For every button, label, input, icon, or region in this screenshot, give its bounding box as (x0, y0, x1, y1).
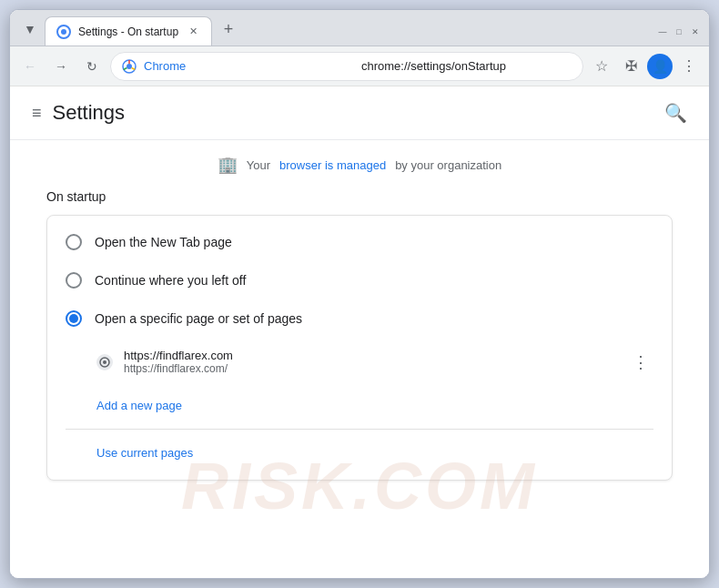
page-menu-button[interactable]: ⋮ (628, 350, 653, 375)
svg-point-8 (103, 360, 106, 364)
refresh-button[interactable]: ↻ (79, 54, 105, 79)
radio-new-tab[interactable] (66, 234, 82, 250)
startup-links: Add a new page (47, 386, 672, 425)
bookmark-button[interactable]: ☆ (589, 54, 614, 79)
managed-link[interactable]: browser is managed (279, 158, 386, 172)
option-new-tab[interactable]: Open the New Tab page (47, 223, 672, 261)
profile-button[interactable]: 👤 (647, 54, 673, 79)
managed-notice: 🏢 Your browser is managed by your organi… (10, 140, 709, 189)
content-wrapper: ≡ Settings 🔍 🏢 Your browser is managed b… (10, 86, 709, 578)
svg-point-3 (127, 64, 132, 69)
extensions-button[interactable]: ✠ (618, 54, 643, 79)
startup-section: On startup Open the New Tab page Continu… (10, 189, 709, 481)
content-area: ≡ Settings 🔍 🏢 Your browser is managed b… (10, 86, 709, 578)
active-tab[interactable]: Settings - On startup ✕ (45, 16, 212, 46)
option-specific-page-label: Open a specific page or set of pages (95, 311, 302, 326)
back-button[interactable]: ← (17, 54, 43, 79)
tab-close-button[interactable]: ✕ (186, 25, 200, 39)
add-new-page-link[interactable]: Add a new page (96, 393, 623, 418)
managed-prefix: Your (247, 158, 270, 172)
page-url-main: https://findflarex.com (124, 349, 617, 362)
menu-icon[interactable]: ≡ (32, 104, 42, 123)
tab-dropdown-btn[interactable]: ▼ (17, 16, 43, 42)
url-display: chrome://settings/onStartup (361, 59, 572, 73)
browser-window: ▼ Settings - On startup ✕ + — □ ✕ ← → ↻ (9, 9, 710, 579)
chrome-brand-label: Chrome (144, 59, 354, 73)
option-new-tab-label: Open the New Tab page (95, 235, 232, 249)
new-tab-button[interactable]: + (216, 16, 241, 42)
building-icon: 🏢 (218, 155, 238, 175)
chrome-logo-icon (122, 59, 137, 74)
title-bar: ▼ Settings - On startup ✕ + — □ ✕ (10, 10, 709, 46)
managed-suffix: by your organization (395, 158, 501, 172)
use-current-pages-link[interactable]: Use current pages (96, 441, 623, 465)
radio-specific-page[interactable] (66, 310, 82, 327)
maximize-button[interactable]: □ (673, 25, 685, 38)
more-options-button[interactable]: ⋮ (676, 54, 702, 79)
pages-list: https://findflarex.com https://findflare… (47, 338, 672, 386)
tab-area: ▼ Settings - On startup ✕ + (17, 16, 656, 46)
use-current-pages-area: Use current pages (47, 433, 672, 472)
svg-line-5 (132, 67, 136, 69)
settings-search-button[interactable]: 🔍 (664, 102, 687, 124)
tab-favicon (56, 25, 71, 39)
page-urls: https://findflarex.com https://findflare… (124, 349, 617, 375)
page-favicon (96, 354, 113, 370)
settings-header: ≡ Settings 🔍 (10, 86, 709, 140)
settings-title: Settings (53, 101, 126, 125)
option-continue-label: Continue where you left off (95, 273, 246, 288)
option-continue[interactable]: Continue where you left off (47, 261, 672, 299)
minimize-button[interactable]: — (656, 25, 669, 38)
page-item: https://findflarex.com https://findflare… (47, 341, 672, 382)
radio-continue[interactable] (66, 272, 82, 289)
window-controls: — □ ✕ (656, 25, 702, 38)
option-specific-page[interactable]: Open a specific page or set of pages (47, 299, 672, 338)
toolbar-icons: ☆ ✠ 👤 ⋮ (589, 54, 702, 79)
tab-title: Settings - On startup (78, 25, 178, 38)
page-url-sub: https://findflarex.com/ (124, 362, 617, 375)
address-bar[interactable]: Chrome chrome://settings/onStartup (110, 52, 583, 81)
close-button[interactable]: ✕ (689, 25, 702, 38)
section-title: On startup (46, 189, 673, 204)
links-divider (66, 429, 653, 430)
svg-line-6 (124, 67, 127, 69)
forward-button[interactable]: → (48, 54, 74, 79)
startup-card: Open the New Tab page Continue where you… (46, 215, 673, 481)
toolbar: ← → ↻ Chrome chrome://settings/onStartup… (10, 46, 709, 86)
radio-inner-dot (69, 314, 78, 323)
svg-point-1 (61, 29, 66, 35)
